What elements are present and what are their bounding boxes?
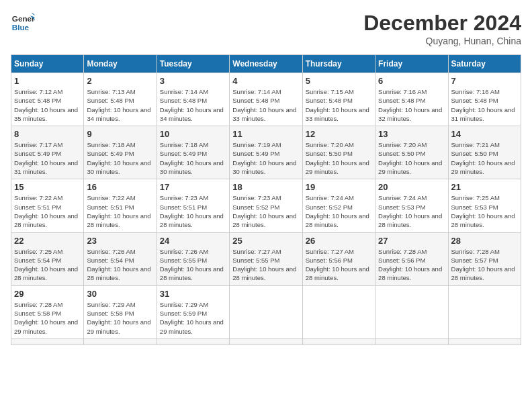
weekday-header-friday: Friday [375, 55, 448, 73]
calendar-cell: 17 Sunrise: 7:23 AMSunset: 5:51 PMDaylig… [157, 179, 229, 232]
day-info: Sunrise: 7:29 AMSunset: 5:59 PMDaylight:… [160, 301, 224, 335]
day-number: 2 [87, 76, 153, 86]
weekday-header-saturday: Saturday [448, 55, 521, 73]
svg-text:Blue: Blue [12, 23, 30, 32]
day-number: 31 [160, 289, 226, 299]
svg-text:General: General [12, 14, 35, 23]
calendar-week-row: 22 Sunrise: 7:25 AMSunset: 5:54 PMDaylig… [11, 232, 521, 285]
calendar-cell: 14 Sunrise: 7:21 AMSunset: 5:50 PMDaylig… [448, 126, 521, 179]
day-number: 19 [306, 182, 372, 192]
calendar-cell: 20 Sunrise: 7:24 AMSunset: 5:53 PMDaylig… [375, 179, 448, 232]
day-info: Sunrise: 7:16 AMSunset: 5:48 PMDaylight:… [451, 88, 515, 122]
calendar-cell [302, 285, 375, 338]
day-number: 12 [306, 129, 372, 139]
day-info: Sunrise: 7:25 AMSunset: 5:54 PMDaylight:… [14, 248, 78, 282]
day-info: Sunrise: 7:21 AMSunset: 5:50 PMDaylight:… [451, 141, 515, 175]
calendar-cell [448, 338, 521, 345]
day-number: 27 [378, 236, 445, 246]
day-info: Sunrise: 7:23 AMSunset: 5:51 PMDaylight:… [160, 194, 224, 228]
calendar-cell: 8 Sunrise: 7:17 AMSunset: 5:49 PMDayligh… [11, 126, 84, 179]
calendar-cell: 16 Sunrise: 7:22 AMSunset: 5:51 PMDaylig… [84, 179, 157, 232]
calendar-cell: 27 Sunrise: 7:28 AMSunset: 5:56 PMDaylig… [375, 232, 448, 285]
calendar-cell: 6 Sunrise: 7:16 AMSunset: 5:48 PMDayligh… [375, 73, 448, 126]
day-number: 22 [14, 236, 81, 246]
calendar-cell: 11 Sunrise: 7:19 AMSunset: 5:49 PMDaylig… [230, 126, 302, 179]
day-number: 6 [378, 76, 445, 86]
calendar-cell: 25 Sunrise: 7:27 AMSunset: 5:55 PMDaylig… [230, 232, 302, 285]
day-info: Sunrise: 7:28 AMSunset: 5:56 PMDaylight:… [378, 248, 442, 282]
day-info: Sunrise: 7:25 AMSunset: 5:53 PMDaylight:… [451, 194, 515, 228]
calendar-cell [230, 285, 302, 338]
day-number: 5 [306, 76, 372, 86]
calendar-cell [302, 338, 375, 345]
calendar-cell: 3 Sunrise: 7:14 AMSunset: 5:48 PMDayligh… [157, 73, 229, 126]
day-number: 26 [306, 236, 372, 246]
calendar-week-row [11, 338, 521, 345]
day-number: 7 [451, 76, 518, 86]
location: Quyang, Hunan, China [363, 36, 521, 46]
logo: General Blue [11, 11, 35, 35]
calendar-cell [157, 338, 229, 345]
calendar-week-row: 8 Sunrise: 7:17 AMSunset: 5:49 PMDayligh… [11, 126, 521, 179]
day-number: 29 [14, 289, 81, 299]
calendar-cell [375, 285, 448, 338]
day-info: Sunrise: 7:17 AMSunset: 5:49 PMDaylight:… [14, 141, 78, 175]
calendar-cell: 7 Sunrise: 7:16 AMSunset: 5:48 PMDayligh… [448, 73, 521, 126]
calendar-cell: 30 Sunrise: 7:29 AMSunset: 5:58 PMDaylig… [84, 285, 157, 338]
calendar-cell: 24 Sunrise: 7:26 AMSunset: 5:55 PMDaylig… [157, 232, 229, 285]
weekday-header-wednesday: Wednesday [230, 55, 302, 73]
calendar-cell [375, 338, 448, 345]
calendar-cell: 18 Sunrise: 7:23 AMSunset: 5:52 PMDaylig… [230, 179, 302, 232]
day-info: Sunrise: 7:24 AMSunset: 5:52 PMDaylight:… [306, 194, 369, 228]
calendar-cell: 22 Sunrise: 7:25 AMSunset: 5:54 PMDaylig… [11, 232, 84, 285]
day-info: Sunrise: 7:19 AMSunset: 5:49 PMDaylight:… [232, 141, 296, 175]
day-number: 21 [451, 182, 518, 192]
day-info: Sunrise: 7:28 AMSunset: 5:58 PMDaylight:… [14, 301, 78, 335]
weekday-header-monday: Monday [84, 55, 157, 73]
day-number: 23 [87, 236, 153, 246]
calendar-week-row: 29 Sunrise: 7:28 AMSunset: 5:58 PMDaylig… [11, 285, 521, 338]
weekday-header-sunday: Sunday [11, 55, 84, 73]
calendar-cell: 10 Sunrise: 7:18 AMSunset: 5:49 PMDaylig… [157, 126, 229, 179]
calendar-cell: 12 Sunrise: 7:20 AMSunset: 5:50 PMDaylig… [302, 126, 375, 179]
calendar-cell [448, 285, 521, 338]
month-title: December 2024 [363, 11, 521, 36]
calendar-week-row: 15 Sunrise: 7:22 AMSunset: 5:51 PMDaylig… [11, 179, 521, 232]
calendar-cell: 29 Sunrise: 7:28 AMSunset: 5:58 PMDaylig… [11, 285, 84, 338]
day-number: 4 [232, 76, 299, 86]
day-info: Sunrise: 7:29 AMSunset: 5:58 PMDaylight:… [87, 301, 150, 335]
day-info: Sunrise: 7:18 AMSunset: 5:49 PMDaylight:… [160, 141, 224, 175]
day-number: 25 [232, 236, 299, 246]
day-number: 10 [160, 129, 226, 139]
calendar-table: SundayMondayTuesdayWednesdayThursdayFrid… [11, 54, 521, 345]
calendar-cell [230, 338, 302, 345]
page-header: General Blue December 2024 Quyang, Hunan… [11, 11, 521, 46]
day-info: Sunrise: 7:16 AMSunset: 5:48 PMDaylight:… [378, 88, 442, 122]
calendar-cell: 31 Sunrise: 7:29 AMSunset: 5:59 PMDaylig… [157, 285, 229, 338]
calendar-week-row: 1 Sunrise: 7:12 AMSunset: 5:48 PMDayligh… [11, 73, 521, 126]
day-info: Sunrise: 7:23 AMSunset: 5:52 PMDaylight:… [232, 194, 296, 228]
calendar-cell: 26 Sunrise: 7:27 AMSunset: 5:56 PMDaylig… [302, 232, 375, 285]
calendar-cell: 19 Sunrise: 7:24 AMSunset: 5:52 PMDaylig… [302, 179, 375, 232]
day-number: 11 [232, 129, 299, 139]
calendar-cell: 21 Sunrise: 7:25 AMSunset: 5:53 PMDaylig… [448, 179, 521, 232]
day-info: Sunrise: 7:24 AMSunset: 5:53 PMDaylight:… [378, 194, 442, 228]
day-info: Sunrise: 7:14 AMSunset: 5:48 PMDaylight:… [232, 88, 296, 122]
day-number: 17 [160, 182, 226, 192]
calendar-cell: 23 Sunrise: 7:26 AMSunset: 5:54 PMDaylig… [84, 232, 157, 285]
day-info: Sunrise: 7:15 AMSunset: 5:48 PMDaylight:… [306, 88, 369, 122]
weekday-header-row: SundayMondayTuesdayWednesdayThursdayFrid… [11, 55, 521, 73]
day-info: Sunrise: 7:18 AMSunset: 5:49 PMDaylight:… [87, 141, 150, 175]
day-number: 24 [160, 236, 226, 246]
calendar-cell: 15 Sunrise: 7:22 AMSunset: 5:51 PMDaylig… [11, 179, 84, 232]
calendar-cell: 28 Sunrise: 7:28 AMSunset: 5:57 PMDaylig… [448, 232, 521, 285]
day-number: 1 [14, 76, 81, 86]
calendar-cell: 9 Sunrise: 7:18 AMSunset: 5:49 PMDayligh… [84, 126, 157, 179]
day-info: Sunrise: 7:27 AMSunset: 5:56 PMDaylight:… [306, 248, 369, 282]
day-number: 3 [160, 76, 226, 86]
calendar-cell: 13 Sunrise: 7:20 AMSunset: 5:50 PMDaylig… [375, 126, 448, 179]
day-info: Sunrise: 7:13 AMSunset: 5:48 PMDaylight:… [87, 88, 150, 122]
day-number: 16 [87, 182, 153, 192]
day-number: 30 [87, 289, 153, 299]
day-number: 8 [14, 129, 81, 139]
